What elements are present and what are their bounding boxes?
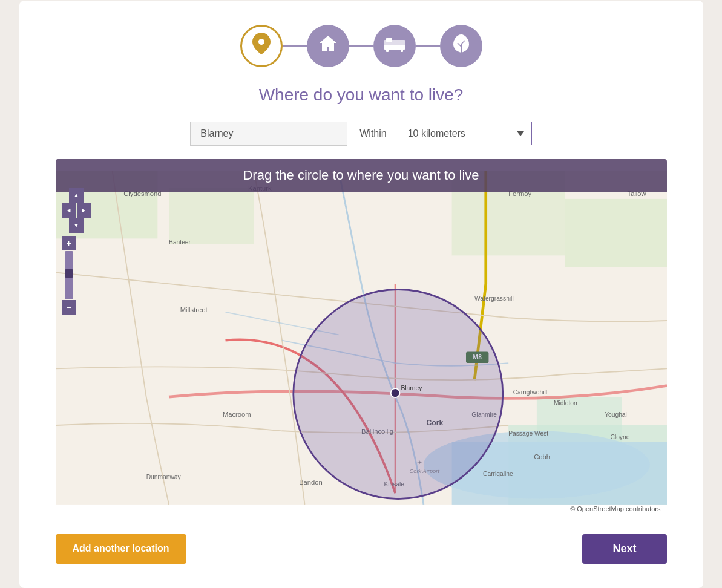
nav-up-btn[interactable]: ▲ bbox=[69, 188, 84, 203]
nav-down-btn[interactable]: ▼ bbox=[69, 218, 84, 233]
location-input[interactable]: Blarney bbox=[190, 122, 347, 146]
bed-icon bbox=[384, 35, 405, 56]
zoom-thumb bbox=[65, 269, 73, 278]
svg-text:Midleton: Midleton bbox=[553, 400, 577, 407]
svg-text:Watergrasshill: Watergrasshill bbox=[474, 295, 514, 302]
step-connector-2 bbox=[349, 45, 373, 47]
nav-arrows: ▲ ◄ ► ▼ bbox=[62, 188, 91, 233]
svg-rect-4 bbox=[401, 48, 403, 52]
controls-row: Blarney Within 5 kilometers 10 kilometer… bbox=[56, 122, 667, 146]
next-button[interactable]: Next bbox=[582, 534, 666, 564]
osm-credit: © OpenStreetMap contributors bbox=[570, 505, 660, 512]
main-modal: Where do you want to live? Blarney Withi… bbox=[19, 1, 703, 588]
bottom-row: Add another location Next bbox=[56, 534, 667, 564]
location-pin-icon bbox=[252, 33, 271, 59]
zoom-bar bbox=[65, 251, 73, 299]
page-title: Where do you want to live? bbox=[259, 85, 464, 105]
svg-text:Dunmanway: Dunmanway bbox=[146, 473, 181, 480]
map-banner: Drag the circle to where you want to liv… bbox=[56, 159, 667, 192]
svg-text:Banteer: Banteer bbox=[169, 238, 191, 245]
svg-point-44 bbox=[390, 388, 399, 397]
step-location[interactable] bbox=[240, 25, 283, 67]
within-select[interactable]: 5 kilometers 10 kilometers 15 kilometers… bbox=[399, 122, 532, 145]
svg-text:Carrigtwohill: Carrigtwohill bbox=[513, 388, 546, 395]
svg-text:Passage West: Passage West bbox=[508, 430, 548, 436]
svg-rect-10 bbox=[169, 188, 254, 244]
within-label: Within bbox=[359, 128, 386, 139]
map-container[interactable]: M8 Clydesmond Kanturk Fermoy Tallow Capp… bbox=[56, 159, 667, 516]
add-location-button[interactable]: Add another location bbox=[56, 534, 186, 564]
svg-rect-2 bbox=[386, 38, 392, 42]
svg-text:Youghal: Youghal bbox=[605, 411, 627, 417]
wizard-steps bbox=[240, 25, 482, 67]
nav-right-btn[interactable]: ► bbox=[77, 203, 91, 218]
zoom-out-button[interactable]: − bbox=[62, 300, 76, 315]
svg-rect-12 bbox=[565, 198, 666, 266]
svg-text:Cobh: Cobh bbox=[534, 453, 550, 460]
svg-text:Cloyne: Cloyne bbox=[610, 434, 629, 440]
svg-rect-3 bbox=[386, 48, 389, 52]
svg-text:Blarney: Blarney bbox=[401, 384, 422, 391]
step-connector-3 bbox=[416, 45, 440, 47]
step-connector-1 bbox=[283, 45, 307, 47]
step-home[interactable] bbox=[307, 25, 349, 67]
zoom-in-button[interactable]: + bbox=[62, 236, 76, 250]
map-svg: M8 Clydesmond Kanturk Fermoy Tallow Capp… bbox=[56, 159, 667, 516]
svg-text:Carrigaline: Carrigaline bbox=[483, 471, 513, 477]
step-nature[interactable] bbox=[440, 25, 482, 67]
step-sleep[interactable] bbox=[373, 25, 416, 67]
svg-text:Macroom: Macroom bbox=[222, 410, 251, 417]
leaf-icon bbox=[452, 33, 470, 58]
nav-lr-row: ◄ ► bbox=[62, 203, 91, 218]
nav-left-btn[interactable]: ◄ bbox=[62, 203, 76, 218]
svg-text:Millstreet: Millstreet bbox=[180, 305, 208, 313]
home-icon bbox=[318, 34, 338, 57]
zoom-controls: ▲ ◄ ► ▼ + − bbox=[62, 188, 91, 315]
svg-text:Bandon: Bandon bbox=[299, 479, 323, 486]
